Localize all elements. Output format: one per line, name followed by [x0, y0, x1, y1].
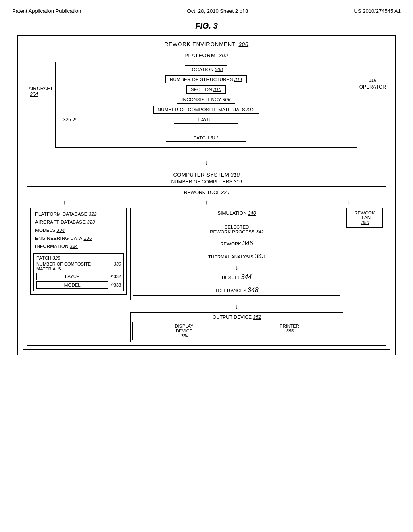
location-box: LOCATION308 [185, 65, 227, 73]
page: Patent Application Publication Oct. 28, … [0, 0, 413, 532]
rework-tool-label: REWORK TOOL320 [30, 190, 383, 195]
output-device-label: OUTPUT DEVICE352 [132, 314, 341, 320]
num-composite-row: NUMBER OF COMPOSITE MATERIALS312 [59, 106, 353, 114]
rework-box: REWORK346 [133, 238, 340, 249]
output-device-box: OUTPUT DEVICE352 DISPLAY DEVICE 354 PRIN… [130, 312, 343, 342]
nested-boxes: LOCATION308 NUMBER OF STRUCTURES314 SECT… [55, 62, 357, 148]
thermal-analysis-box: THERMAL ANALYSIS343 [133, 251, 340, 262]
header-right: US 2010/274545 A1 [354, 8, 401, 14]
layup-box: LAYUP [174, 116, 238, 124]
page-header: Patent Application Publication Oct. 28, … [12, 8, 401, 14]
num-structures-row: NUMBER OF STRUCTURES314 [59, 75, 353, 83]
rework-plan-box: REWORK PLAN 350 [346, 208, 383, 228]
rework-environment-label: REWORK ENVIRONMENT 300 [23, 41, 390, 47]
printer-box: PRINTER 356 [238, 322, 341, 340]
selected-rework-box: SELECTED REWORK PROCESS342 [133, 218, 340, 236]
patch2-title: PATCH328 [36, 256, 121, 260]
operator-label: 316 OPERATOR [357, 62, 386, 148]
num-composite2-label: NUMBER OF COMPOSITE MATERIALS [36, 262, 110, 271]
diagram-container: REWORK ENVIRONMENT 300 PLATFORM 302 AIRC… [17, 35, 396, 355]
selected-rework-label: SELECTED REWORK PROCESS342 [135, 220, 338, 234]
patch2-box: PATCH328 NUMBER OF COMPOSITE MATERIALS 3… [33, 253, 124, 291]
lower-columns: PLATFORM DATABASE322 AIRCRAFT DATABASE32… [30, 208, 383, 342]
engineering-data-label: ENGINEERING DATA336 [33, 235, 124, 241]
num-structures-box: NUMBER OF STRUCTURES314 [165, 75, 247, 83]
num-composite-box: NUMBER OF COMPOSITE MATERIALS312 [153, 106, 259, 114]
top-arrows: ↓ ↓ ↓ [30, 199, 383, 208]
left-column: PLATFORM DATABASE322 AIRCRAFT DATABASE32… [30, 208, 127, 295]
information-label: INFORMATION324 [33, 243, 124, 249]
section-box: SECTION310 [186, 85, 226, 94]
arrow-thermal: ↓ [133, 264, 340, 271]
num-composite2-row: NUMBER OF COMPOSITE MATERIALS 330 [36, 262, 121, 271]
header-center: Oct. 28, 2010 Sheet 2 of 8 [187, 8, 248, 14]
platform-db-label: PLATFORM DATABASE322 [33, 211, 124, 217]
location-row: LOCATION308 [59, 65, 353, 73]
patch-row: PATCH311 [59, 134, 353, 142]
layup2-row: LAYUP ↶332 [36, 273, 121, 280]
header-left: Patent Application Publication [12, 8, 81, 14]
tolerances-box: TOLERANCES348 [133, 285, 340, 296]
num-computers-label: NUMBER OF COMPUTERS319 [27, 179, 386, 185]
right-column: REWORK PLAN 350 [346, 208, 383, 228]
platform-label: PLATFORM 302 [27, 52, 386, 58]
rework-tool-section: REWORK TOOL320 ↓ ↓ ↓ PLATFORM DATABASE32… [27, 186, 386, 346]
models-label: MODELS334 [33, 227, 124, 233]
computer-system-section: COMPUTER SYSTEM318 NUMBER OF COMPUTERS31… [23, 168, 390, 350]
inconsistency-row: INCONSISTENCY306 [59, 96, 353, 104]
output-inner: DISPLAY DEVICE 354 PRINTER 356 [132, 322, 341, 340]
simulation-label: SIMULATION340 [133, 210, 340, 216]
layup2-box: LAYUP [36, 273, 108, 280]
aircraft-db-label: AIRCRAFT DATABASE323 [33, 219, 124, 225]
figure-title: FIG. 3 [12, 21, 401, 31]
layup2-ref: ↶332 [110, 274, 121, 279]
layup-326-ref: 326 ↗ [63, 117, 76, 123]
model-ref: ↶338 [110, 283, 121, 288]
computer-system-label: COMPUTER SYSTEM318 [27, 172, 386, 178]
upper-section: AIRCRAFT 304 LOCATION308 NUMBER OF STRUC [27, 62, 386, 148]
arrow-to-output: ↓ [130, 303, 343, 310]
patch-box: PATCH311 [166, 134, 246, 142]
simulation-box: SIMULATION340 SELECTED REWORK PROCESS342… [130, 208, 343, 300]
arrow-down-1: ↓ [59, 126, 353, 133]
arrow-to-computer: ↓ [23, 158, 390, 167]
model-box: MODEL [36, 281, 108, 289]
model-row: MODEL ↶338 [36, 281, 121, 289]
inconsistency-box: INCONSISTENCY306 [177, 96, 235, 104]
display-device-box: DISPLAY DEVICE 354 [132, 322, 236, 340]
layup-row: 326 ↗ LAYUP [59, 116, 353, 124]
section-row: SECTION310 [59, 85, 353, 94]
aircraft-label: AIRCRAFT 304 [27, 62, 55, 148]
middle-column: SIMULATION340 SELECTED REWORK PROCESS342… [130, 208, 343, 342]
result-box: RESULT344 [133, 272, 340, 283]
